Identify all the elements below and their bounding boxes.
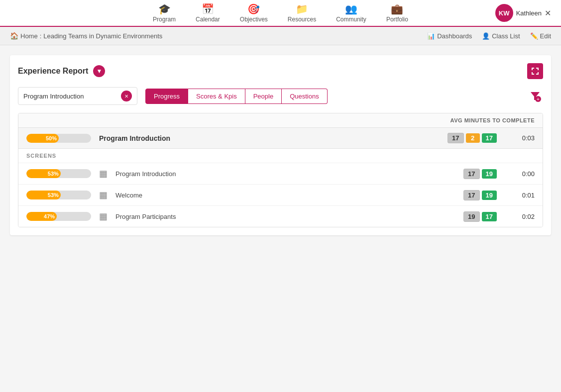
- screen-0-progress-label: 53%: [48, 171, 59, 177]
- nav-item-program[interactable]: 🎓 Program: [153, 3, 176, 23]
- screen-1-badges: 17 19: [463, 190, 497, 200]
- module-badges: 17 2 17: [448, 133, 497, 143]
- report-header: Experience Report ▼: [18, 63, 543, 79]
- module-progress-label: 50%: [46, 135, 57, 141]
- screen-2-progress-bar: 47%: [26, 212, 91, 221]
- nav-items: 🎓 Program 📅 Calendar 🎯 Objectives 📁 Reso…: [153, 3, 408, 23]
- screen-2-badge-gray: 19: [463, 211, 479, 222]
- user-menu[interactable]: KW Kathleen ✕: [495, 4, 551, 22]
- username: Kathleen: [516, 9, 542, 17]
- nav-item-resources[interactable]: 📁 Resources: [288, 3, 316, 23]
- report-collapse-button[interactable]: ▼: [93, 65, 105, 77]
- filter-row: Program Introduction ✕ Progress Scores &…: [18, 87, 543, 105]
- filter-dropdown[interactable]: Program Introduction ✕: [18, 87, 137, 105]
- screen-2-name: Program Participants: [115, 213, 455, 220]
- top-navigation: 🎓 Program 📅 Calendar 🎯 Objectives 📁 Reso…: [0, 0, 561, 27]
- nav-label-program: Program: [153, 16, 176, 23]
- screen-2-badge-green: 17: [482, 212, 497, 221]
- breadcrumb-edit[interactable]: ✏️ Edit: [530, 32, 551, 40]
- breadcrumb: 🏠 Home : Leading Teams in Dynamic Enviro…: [10, 32, 162, 40]
- module-progress-fill: 50%: [26, 134, 59, 143]
- screen-1-name: Welcome: [115, 192, 455, 199]
- screen-2-progress-label: 47%: [44, 213, 55, 219]
- filter-add-button[interactable]: +: [527, 88, 543, 104]
- tab-scores[interactable]: Scores & Kpis: [188, 89, 245, 104]
- screen-row: 53% ▦ Program Introduction 17 19 0:00: [18, 163, 543, 185]
- screen-0-progress-bar: 53%: [26, 169, 91, 178]
- screen-0-badge-gray: 17: [463, 169, 479, 179]
- screen-row: 53% ▦ Welcome 17 19 0:01: [18, 185, 543, 206]
- screen-0-badge-green: 19: [482, 169, 497, 179]
- screens-header: SCREENS: [18, 149, 543, 163]
- tab-group: Progress Scores & Kpis People Questions: [145, 89, 519, 104]
- nav-label-community: Community: [336, 16, 366, 23]
- screen-2-icon: ▦: [99, 211, 108, 222]
- screen-1-badge-green: 19: [482, 191, 497, 200]
- module-badge-green: 17: [482, 133, 497, 143]
- nav-item-community[interactable]: 👥 Community: [336, 3, 366, 23]
- screens-section: SCREENS 53% ▦ Program Introduction 17 19…: [18, 149, 543, 227]
- nav-label-portfolio: Portfolio: [386, 16, 408, 23]
- breadcrumb-class-list[interactable]: 👤 Class List: [482, 32, 520, 40]
- screen-0-progress-fill: 53%: [26, 169, 61, 178]
- main-content: Experience Report ▼ Program Introduction…: [0, 45, 561, 245]
- community-icon: 👥: [345, 3, 357, 15]
- screen-0-time: 0:00: [505, 170, 535, 178]
- module-name: Program Introduction: [99, 134, 440, 142]
- filter-clear-button[interactable]: ✕: [121, 91, 132, 101]
- screen-1-badge-gray: 17: [463, 190, 479, 200]
- filter-dropdown-label: Program Introduction: [23, 93, 84, 100]
- user-close-icon[interactable]: ✕: [545, 8, 551, 18]
- objectives-icon: 🎯: [247, 3, 260, 15]
- calendar-icon: 📅: [202, 3, 214, 15]
- nav-label-calendar: Calendar: [196, 16, 220, 23]
- nav-label-resources: Resources: [288, 16, 316, 23]
- resources-icon: 📁: [296, 3, 308, 15]
- data-area: AVG MINUTES TO COMPLETE 50% Program Intr…: [18, 113, 543, 227]
- avatar: KW: [495, 4, 513, 22]
- breadcrumb-dashboards[interactable]: 📊 Dashboards: [427, 32, 472, 40]
- screen-1-progress-label: 53%: [48, 192, 59, 198]
- filter-plus-icon: +: [535, 96, 541, 102]
- screen-1-time: 0:01: [505, 192, 535, 199]
- home-icon: 🏠: [10, 32, 18, 40]
- screen-2-time: 0:02: [505, 213, 535, 220]
- screen-2-badges: 19 17: [463, 211, 497, 222]
- screen-0-icon: ▦: [99, 168, 108, 179]
- breadcrumb-actions: 📊 Dashboards 👤 Class List ✏️ Edit: [427, 32, 551, 40]
- breadcrumb-separator: :: [40, 32, 42, 40]
- class-list-icon: 👤: [482, 32, 490, 40]
- screen-1-progress-fill: 53%: [26, 191, 61, 199]
- screen-1-progress-bar: 53%: [26, 191, 91, 199]
- report-card: Experience Report ▼ Program Introduction…: [10, 55, 551, 235]
- module-row: 50% Program Introduction 17 2 17 0:03: [18, 128, 543, 149]
- screen-0-name: Program Introduction: [115, 170, 455, 178]
- screen-1-icon: ▦: [99, 190, 108, 200]
- program-icon: 🎓: [158, 3, 171, 15]
- tab-progress[interactable]: Progress: [145, 89, 188, 104]
- module-progress-bar: 50%: [26, 134, 91, 143]
- module-time: 0:03: [505, 134, 535, 142]
- report-title-row: Experience Report ▼: [18, 65, 105, 77]
- nav-item-portfolio[interactable]: 💼 Portfolio: [386, 3, 408, 23]
- screen-0-badges: 17 19: [463, 169, 497, 179]
- report-title: Experience Report: [18, 67, 88, 76]
- breadcrumb-home[interactable]: Home: [20, 32, 38, 40]
- edit-icon: ✏️: [530, 32, 538, 40]
- screen-2-progress-fill: 47%: [26, 212, 57, 221]
- data-col-header: AVG MINUTES TO COMPLETE: [18, 113, 543, 128]
- nav-item-calendar[interactable]: 📅 Calendar: [196, 3, 220, 23]
- report-expand-button[interactable]: [527, 63, 543, 79]
- screen-row: 47% ▦ Program Participants 19 17 0:02: [18, 206, 543, 227]
- nav-item-objectives[interactable]: 🎯 Objectives: [240, 3, 268, 23]
- nav-label-objectives: Objectives: [240, 16, 268, 23]
- module-badge-gray: 17: [448, 133, 463, 143]
- dashboards-icon: 📊: [427, 32, 435, 40]
- tab-people[interactable]: People: [245, 89, 282, 104]
- breadcrumb-bar: 🏠 Home : Leading Teams in Dynamic Enviro…: [0, 27, 561, 45]
- breadcrumb-path: Leading Teams in Dynamic Environments: [43, 32, 162, 40]
- tab-questions[interactable]: Questions: [282, 89, 328, 104]
- module-badge-orange: 2: [466, 133, 480, 143]
- portfolio-icon: 💼: [391, 3, 403, 15]
